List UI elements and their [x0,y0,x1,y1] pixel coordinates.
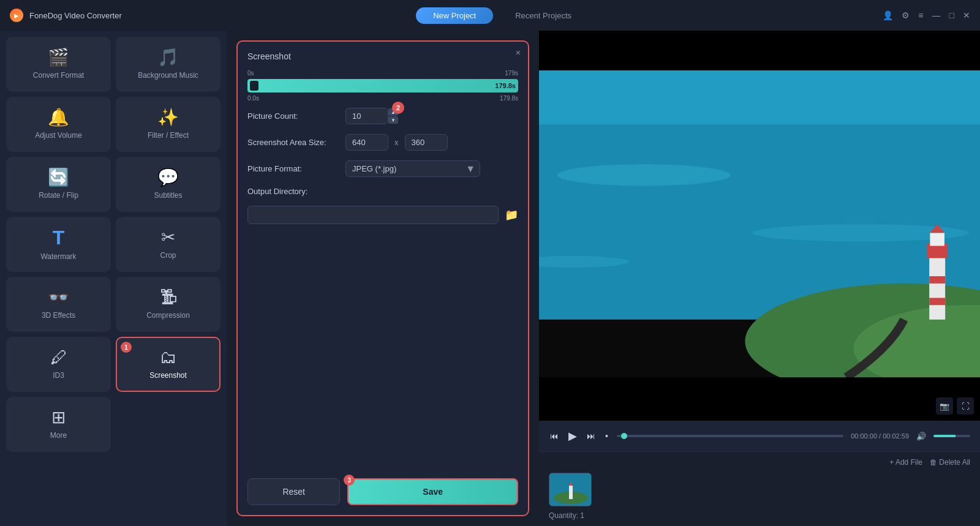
svg-rect-13 [929,298,945,305]
settings-icon-btn[interactable]: ⚙ [902,10,910,20]
rotate-flip-icon: 🔄 [48,169,69,186]
save-badge: 3 [344,475,355,486]
dot-btn[interactable]: • [604,430,609,442]
output-dir-row: Output Directory: [247,187,518,196]
video-overlay-icons: 📷 ⛶ [936,397,974,415]
screenshot-overlay-btn[interactable]: 📷 [936,397,953,415]
output-dir-field[interactable] [247,206,499,224]
video-preview: 📷 ⛶ [539,31,980,421]
sidebar-item-watermark[interactable]: T Watermark [6,217,111,272]
format-select[interactable]: JPEG (*.jpg) PNG (*.png) BMP (*.bmp) [345,160,480,177]
crop-label: Crop [160,251,176,260]
reset-button[interactable]: Reset [247,478,340,505]
recent-projects-tab[interactable]: Recent Projects [498,7,589,24]
user-icon-btn[interactable]: 👤 [883,10,893,20]
timeline-fill [247,79,518,92]
compression-icon: 🗜 [160,289,177,306]
id3-label: ID3 [53,371,64,380]
new-project-tab[interactable]: New Project [416,7,493,24]
dialog-title: Screenshot [247,51,518,61]
format-row: Picture Format: JPEG (*.jpg) PNG (*.png)… [247,160,518,177]
sidebar-item-rotate-flip[interactable]: 🔄 Rotate / Flip [6,157,111,212]
fullscreen-overlay-btn[interactable]: ⛶ [957,397,974,415]
skip-back-btn[interactable]: ⏮ [549,430,560,442]
picture-count-input[interactable] [345,108,388,124]
convert-format-label: Convert Format [33,71,84,80]
menu-icon-btn[interactable]: ≡ [918,10,923,20]
format-label: Picture Format: [247,164,339,173]
bottom-actions: + Add File 🗑 Delete All [549,458,970,467]
svg-point-3 [557,164,731,186]
sidebar-item-compression[interactable]: 🗜 Compression [116,277,221,332]
3d-effects-label: 3D Effects [42,311,75,320]
3d-effects-icon: 👓 [48,289,69,306]
volume-btn[interactable]: 🔊 [916,432,926,441]
title-bar-left: ▶ FoneDog Video Converter [10,9,122,22]
volume-slider[interactable] [933,435,970,437]
svg-rect-14 [539,31,980,70]
sidebar-item-more[interactable]: ⊞ More [6,397,111,452]
delete-all-btn[interactable]: 🗑 Delete All [930,458,970,467]
screenshot-label: Screenshot [149,371,187,380]
close-btn[interactable]: ✕ [963,10,970,20]
minimize-btn[interactable]: — [932,10,941,20]
sidebar-item-convert-format[interactable]: 🎬 Convert Format [6,37,111,92]
sidebar-item-id3[interactable]: 🖊 ID3 [6,337,111,392]
filter-effect-label: Filter / Effect [148,131,189,140]
sidebar-item-subtitles[interactable]: 💬 Subtitles [116,157,221,212]
dialog-spacer [247,224,518,466]
width-input[interactable] [345,134,388,151]
logo-icon: ▶ [14,12,19,19]
screenshot-area-row: Screenshot Area Size: x [247,134,518,151]
screenshot-dialog: Screenshot × 0s 179s 179.8s 0.0s 179.8s [236,40,529,516]
timeline-bottom-end: 179.8s [500,95,518,102]
maximize-btn[interactable]: □ [949,10,954,20]
picture-count-badge: 2 [392,102,404,114]
timeline-value: 179.8s [495,82,516,89]
dialog-buttons: Reset 3 Save [247,478,518,505]
timeline-thumb[interactable] [250,81,258,91]
save-button[interactable]: 3 Save [347,478,518,505]
adjust-volume-icon: 🔔 [48,109,69,126]
sidebar-item-crop[interactable]: ✂ Crop [116,217,221,272]
picture-count-wrapper: ▲ ▼ 2 [345,108,398,124]
screenshot-area-label: Screenshot Area Size: [247,138,339,147]
more-icon: ⊞ [51,409,66,426]
video-controls: ⏮ ▶ ⏭ • 00:00:00 / 00:02:59 🔊 [539,421,980,451]
spinner-down-btn[interactable]: ▼ [388,116,398,124]
browse-folder-btn[interactable]: 📁 [505,208,518,222]
subtitles-label: Subtitles [154,191,182,200]
sidebar-item-filter-effect[interactable]: ✨ Filter / Effect [116,97,221,152]
dialog-close-btn[interactable]: × [516,48,521,58]
app-title: FoneDog Video Converter [29,11,122,20]
timeline-end-label: 179s [505,70,518,77]
convert-format-icon: 🎬 [48,49,69,66]
skip-fwd-btn[interactable]: ⏭ [586,430,597,442]
svg-rect-15 [539,377,980,421]
play-btn[interactable]: ▶ [567,428,578,444]
watermark-icon: T [53,228,65,247]
title-bar: ▶ FoneDog Video Converter New Project Re… [0,0,980,31]
file-grid: Quantity: 1 [549,473,970,520]
app-logo: ▶ [10,9,23,22]
subtitles-icon: 💬 [157,169,179,186]
progress-bar[interactable] [617,435,843,437]
timeline-container: 0s 179s 179.8s 0.0s 179.8s [247,70,518,102]
sidebar-item-adjust-volume[interactable]: 🔔 Adjust Volume [6,97,111,152]
size-separator: x [394,138,399,147]
screenshot-icon: 🗂 [160,349,177,366]
file-thumbnail[interactable] [549,473,592,506]
height-input[interactable] [405,134,448,151]
timeline-bottom-labels: 0.0s 179.8s [247,95,518,102]
sidebar-item-screenshot[interactable]: 1 🗂 Screenshot [116,337,221,392]
right-panel: 📷 ⛶ ⏮ ▶ ⏭ • 00:00:00 / 00:02:59 🔊 + Add … [539,31,980,526]
sidebar-item-3d-effects[interactable]: 👓 3D Effects [6,277,111,332]
timeline-bottom-start: 0.0s [247,95,259,102]
svg-rect-12 [929,276,945,284]
picture-count-label: Picture Count: [247,111,339,121]
sidebar-item-background-music[interactable]: 🎵 Background Music [116,37,221,92]
bottom-area: + Add File 🗑 Delete All Quantity: 1 [539,451,980,526]
timeline-track[interactable]: 179.8s [247,79,518,92]
add-file-btn[interactable]: + Add File [889,458,922,467]
svg-rect-18 [569,486,573,499]
